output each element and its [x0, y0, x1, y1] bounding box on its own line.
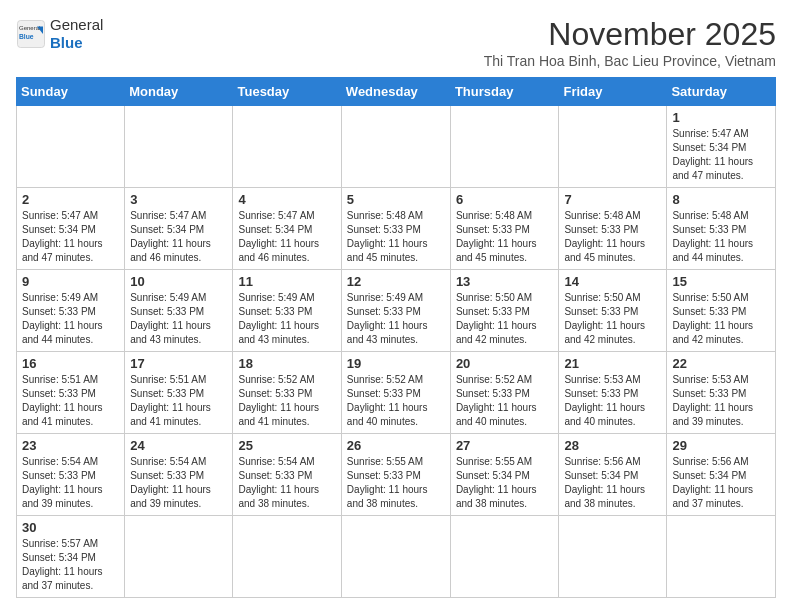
day-cell: 24Sunrise: 5:54 AM Sunset: 5:33 PM Dayli… [125, 434, 233, 516]
day-number: 24 [130, 438, 227, 453]
day-cell [559, 106, 667, 188]
day-cell: 21Sunrise: 5:53 AM Sunset: 5:33 PM Dayli… [559, 352, 667, 434]
day-cell: 30Sunrise: 5:57 AM Sunset: 5:34 PM Dayli… [17, 516, 125, 598]
day-cell: 28Sunrise: 5:56 AM Sunset: 5:34 PM Dayli… [559, 434, 667, 516]
weekday-header-saturday: Saturday [667, 78, 776, 106]
logo-general: General [50, 16, 103, 34]
day-info: Sunrise: 5:53 AM Sunset: 5:33 PM Dayligh… [564, 373, 661, 429]
weekday-header-tuesday: Tuesday [233, 78, 341, 106]
day-cell: 2Sunrise: 5:47 AM Sunset: 5:34 PM Daylig… [17, 188, 125, 270]
day-cell: 20Sunrise: 5:52 AM Sunset: 5:33 PM Dayli… [450, 352, 559, 434]
day-number: 26 [347, 438, 445, 453]
day-number: 16 [22, 356, 119, 371]
day-number: 8 [672, 192, 770, 207]
weekday-header-wednesday: Wednesday [341, 78, 450, 106]
day-cell: 19Sunrise: 5:52 AM Sunset: 5:33 PM Dayli… [341, 352, 450, 434]
day-number: 6 [456, 192, 554, 207]
day-info: Sunrise: 5:54 AM Sunset: 5:33 PM Dayligh… [130, 455, 227, 511]
day-info: Sunrise: 5:51 AM Sunset: 5:33 PM Dayligh… [130, 373, 227, 429]
header: General Blue General Blue November 2025 … [16, 16, 776, 69]
weekday-header-sunday: Sunday [17, 78, 125, 106]
day-number: 29 [672, 438, 770, 453]
logo-blue: Blue [50, 34, 103, 52]
day-number: 13 [456, 274, 554, 289]
day-number: 22 [672, 356, 770, 371]
day-info: Sunrise: 5:47 AM Sunset: 5:34 PM Dayligh… [22, 209, 119, 265]
day-cell [341, 516, 450, 598]
week-row-0: 1Sunrise: 5:47 AM Sunset: 5:34 PM Daylig… [17, 106, 776, 188]
day-cell [450, 516, 559, 598]
svg-text:General: General [19, 25, 40, 31]
day-info: Sunrise: 5:50 AM Sunset: 5:33 PM Dayligh… [672, 291, 770, 347]
day-cell [341, 106, 450, 188]
day-number: 27 [456, 438, 554, 453]
day-number: 12 [347, 274, 445, 289]
day-number: 2 [22, 192, 119, 207]
day-cell: 10Sunrise: 5:49 AM Sunset: 5:33 PM Dayli… [125, 270, 233, 352]
day-number: 11 [238, 274, 335, 289]
day-number: 7 [564, 192, 661, 207]
day-cell [559, 516, 667, 598]
day-cell: 6Sunrise: 5:48 AM Sunset: 5:33 PM Daylig… [450, 188, 559, 270]
day-cell: 13Sunrise: 5:50 AM Sunset: 5:33 PM Dayli… [450, 270, 559, 352]
day-cell: 7Sunrise: 5:48 AM Sunset: 5:33 PM Daylig… [559, 188, 667, 270]
day-info: Sunrise: 5:48 AM Sunset: 5:33 PM Dayligh… [347, 209, 445, 265]
calendar: SundayMondayTuesdayWednesdayThursdayFrid… [16, 77, 776, 598]
day-info: Sunrise: 5:47 AM Sunset: 5:34 PM Dayligh… [130, 209, 227, 265]
day-cell [667, 516, 776, 598]
day-info: Sunrise: 5:57 AM Sunset: 5:34 PM Dayligh… [22, 537, 119, 593]
weekday-header-monday: Monday [125, 78, 233, 106]
week-row-5: 30Sunrise: 5:57 AM Sunset: 5:34 PM Dayli… [17, 516, 776, 598]
day-number: 5 [347, 192, 445, 207]
day-cell: 27Sunrise: 5:55 AM Sunset: 5:34 PM Dayli… [450, 434, 559, 516]
day-cell [233, 106, 341, 188]
day-info: Sunrise: 5:49 AM Sunset: 5:33 PM Dayligh… [238, 291, 335, 347]
day-info: Sunrise: 5:49 AM Sunset: 5:33 PM Dayligh… [347, 291, 445, 347]
day-number: 19 [347, 356, 445, 371]
day-cell: 25Sunrise: 5:54 AM Sunset: 5:33 PM Dayli… [233, 434, 341, 516]
logo: General Blue General Blue [16, 16, 103, 52]
day-number: 3 [130, 192, 227, 207]
month-title: November 2025 [484, 16, 776, 53]
day-info: Sunrise: 5:49 AM Sunset: 5:33 PM Dayligh… [22, 291, 119, 347]
day-cell: 4Sunrise: 5:47 AM Sunset: 5:34 PM Daylig… [233, 188, 341, 270]
day-cell [125, 516, 233, 598]
day-cell: 12Sunrise: 5:49 AM Sunset: 5:33 PM Dayli… [341, 270, 450, 352]
day-number: 23 [22, 438, 119, 453]
week-row-2: 9Sunrise: 5:49 AM Sunset: 5:33 PM Daylig… [17, 270, 776, 352]
day-cell: 29Sunrise: 5:56 AM Sunset: 5:34 PM Dayli… [667, 434, 776, 516]
day-cell [233, 516, 341, 598]
weekday-header-friday: Friday [559, 78, 667, 106]
day-info: Sunrise: 5:53 AM Sunset: 5:33 PM Dayligh… [672, 373, 770, 429]
day-number: 21 [564, 356, 661, 371]
day-cell: 18Sunrise: 5:52 AM Sunset: 5:33 PM Dayli… [233, 352, 341, 434]
day-cell: 26Sunrise: 5:55 AM Sunset: 5:33 PM Dayli… [341, 434, 450, 516]
week-row-1: 2Sunrise: 5:47 AM Sunset: 5:34 PM Daylig… [17, 188, 776, 270]
day-info: Sunrise: 5:54 AM Sunset: 5:33 PM Dayligh… [238, 455, 335, 511]
day-number: 10 [130, 274, 227, 289]
day-cell: 23Sunrise: 5:54 AM Sunset: 5:33 PM Dayli… [17, 434, 125, 516]
day-cell [17, 106, 125, 188]
svg-text:Blue: Blue [19, 33, 34, 40]
day-number: 28 [564, 438, 661, 453]
day-cell: 5Sunrise: 5:48 AM Sunset: 5:33 PM Daylig… [341, 188, 450, 270]
day-info: Sunrise: 5:56 AM Sunset: 5:34 PM Dayligh… [564, 455, 661, 511]
day-info: Sunrise: 5:48 AM Sunset: 5:33 PM Dayligh… [456, 209, 554, 265]
day-info: Sunrise: 5:52 AM Sunset: 5:33 PM Dayligh… [456, 373, 554, 429]
title-area: November 2025 Thi Tran Hoa Binh, Bac Lie… [484, 16, 776, 69]
day-info: Sunrise: 5:48 AM Sunset: 5:33 PM Dayligh… [564, 209, 661, 265]
day-number: 17 [130, 356, 227, 371]
day-info: Sunrise: 5:54 AM Sunset: 5:33 PM Dayligh… [22, 455, 119, 511]
day-info: Sunrise: 5:55 AM Sunset: 5:33 PM Dayligh… [347, 455, 445, 511]
day-number: 4 [238, 192, 335, 207]
day-info: Sunrise: 5:47 AM Sunset: 5:34 PM Dayligh… [672, 127, 770, 183]
day-cell: 16Sunrise: 5:51 AM Sunset: 5:33 PM Dayli… [17, 352, 125, 434]
day-cell: 1Sunrise: 5:47 AM Sunset: 5:34 PM Daylig… [667, 106, 776, 188]
day-cell: 22Sunrise: 5:53 AM Sunset: 5:33 PM Dayli… [667, 352, 776, 434]
day-number: 25 [238, 438, 335, 453]
day-number: 18 [238, 356, 335, 371]
day-number: 30 [22, 520, 119, 535]
week-row-4: 23Sunrise: 5:54 AM Sunset: 5:33 PM Dayli… [17, 434, 776, 516]
day-cell: 17Sunrise: 5:51 AM Sunset: 5:33 PM Dayli… [125, 352, 233, 434]
weekday-header-thursday: Thursday [450, 78, 559, 106]
